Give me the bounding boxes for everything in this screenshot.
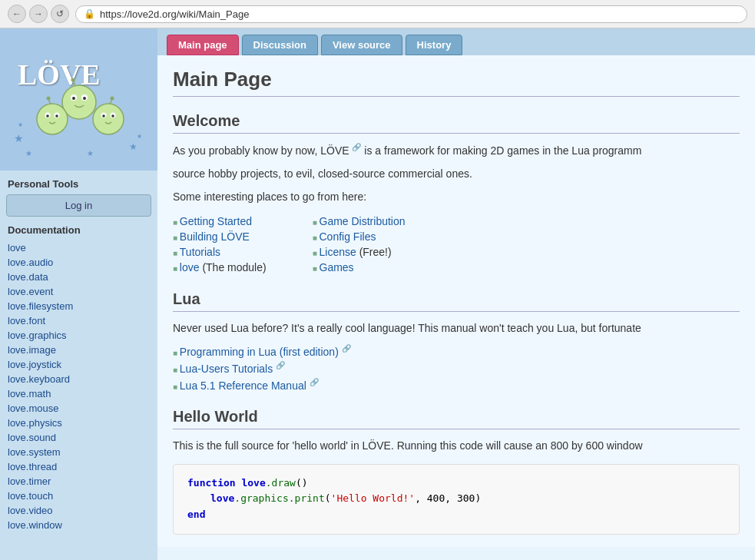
tab-discussion[interactable]: Discussion [242, 35, 318, 55]
refresh-button[interactable]: ↺ [51, 5, 69, 23]
external-icon: 🔗 [342, 344, 351, 353]
sidebar-nav-link[interactable]: love.keyboard [0, 372, 157, 386]
svg-point-20 [46, 96, 50, 100]
svg-point-21 [93, 104, 124, 134]
svg-text:LÖVE: LÖVE [18, 58, 101, 91]
code-paren-open: ( [325, 492, 331, 504]
sidebar-nav-link[interactable]: love.graphics [0, 328, 157, 343]
sidebar-nav-link[interactable]: love.physics [0, 416, 157, 430]
code-string: 'Hello World!' [331, 492, 416, 504]
sidebar: ★ ★ ★ ★ ★ ★ LÖVE [0, 28, 157, 560]
code-parens: () [296, 477, 308, 489]
sidebar-logo: ★ ★ ★ ★ ★ ★ LÖVE [0, 28, 157, 171]
tab-history[interactable]: History [406, 35, 463, 55]
left-links-col: Getting Started Building LÖVE Tutorials … [173, 214, 267, 275]
code-block: function love.draw() love.graphics.print… [173, 464, 740, 535]
lock-icon: 🔒 [84, 8, 95, 19]
game-distribution-link[interactable]: Game Distribution [320, 215, 406, 227]
sidebar-nav-link[interactable]: love.timer [0, 474, 157, 489]
tab-bar: Main page Discussion View source History [157, 28, 755, 55]
building-love-link[interactable]: Building LÖVE [180, 230, 250, 243]
svg-text:★: ★ [137, 133, 142, 140]
code-kw-function: function [187, 477, 236, 489]
svg-point-27 [110, 96, 114, 100]
svg-point-24 [102, 114, 105, 118]
back-button[interactable]: ← [8, 5, 26, 23]
list-item: Getting Started [173, 214, 267, 229]
list-item: Config Files [313, 229, 406, 244]
sidebar-nav-link[interactable]: love.mouse [0, 401, 157, 416]
code-nums: , 400, 300 [415, 492, 475, 504]
page-title: Main Page [173, 68, 740, 97]
code-love-obj: love [241, 477, 265, 489]
getting-started-link[interactable]: Getting Started [180, 215, 252, 227]
love-module-suffix: (The module) [200, 261, 267, 273]
sidebar-nav-link[interactable]: love.window [0, 518, 157, 532]
svg-point-14 [37, 104, 68, 134]
sidebar-nav-link[interactable]: love.video [0, 503, 157, 518]
welcome-text: As you probably know by now, LÖVE 🔗 is a… [173, 141, 740, 159]
sidebar-nav-link[interactable]: love.joystick [0, 357, 157, 372]
interesting-places-text: Some interesting places to go from here: [173, 188, 740, 205]
lua-links-list: ■ Programming in Lua (first edition) 🔗 ■… [173, 343, 740, 393]
list-item: love (The module) [173, 260, 267, 275]
code-paren-close: ) [475, 492, 481, 504]
sidebar-nav-link[interactable]: love.touch [0, 489, 157, 503]
main-links: Getting Started Building LÖVE Tutorials … [173, 214, 740, 275]
logo-area: ★ ★ ★ ★ ★ ★ LÖVE [10, 42, 148, 157]
svg-point-17 [46, 114, 49, 118]
svg-point-11 [83, 97, 86, 100]
sidebar-nav-link[interactable]: love.font [0, 313, 157, 328]
sidebar-nav-link[interactable]: love.data [0, 270, 157, 284]
sidebar-nav-link[interactable]: love.event [0, 284, 157, 299]
address-bar[interactable]: 🔒 https://love2d.org/wiki/Main_Page [75, 5, 747, 23]
code-line-1: function love.draw() [187, 476, 725, 492]
right-links-list: Game Distribution Config Files License (… [313, 214, 406, 275]
lua-text: Never used Lua before? It's a really coo… [173, 320, 740, 336]
page-wrapper: ★ ★ ★ ★ ★ ★ LÖVE [0, 28, 755, 560]
sidebar-nav-link[interactable]: love [0, 240, 157, 255]
lua-first-edition-link[interactable]: Programming in Lua (first edition) [180, 346, 339, 358]
license-suffix: (Free!) [356, 246, 392, 258]
forward-button[interactable]: → [29, 5, 48, 23]
svg-text:★: ★ [25, 149, 32, 157]
svg-text:★: ★ [129, 141, 137, 152]
welcome-heading: Welcome [173, 112, 740, 134]
love-module-link[interactable]: love [180, 261, 200, 273]
list-item: License (Free!) [313, 244, 406, 260]
sidebar-nav-link[interactable]: love.filesystem [0, 299, 157, 313]
lua-heading: Lua [173, 290, 740, 312]
license-link[interactable]: License [320, 246, 356, 258]
lua-ref-manual-link[interactable]: Lua 5.1 Reference Manual [180, 379, 306, 391]
code-print: .print [289, 492, 325, 504]
code-graphics: .graphics [234, 492, 288, 504]
sidebar-nav-link[interactable]: love.math [0, 386, 157, 401]
tutorials-link[interactable]: Tutorials [180, 246, 220, 258]
code-line-2: love.graphics.print('Hello World!', 400,… [187, 491, 725, 507]
lua-users-tutorials-link[interactable]: Lua-Users Tutorials [180, 363, 273, 375]
tab-view-source[interactable]: View source [321, 35, 402, 55]
sidebar-nav-link[interactable]: love.sound [0, 430, 157, 445]
games-link[interactable]: Games [320, 261, 354, 273]
logo-svg: ★ ★ ★ ★ ★ ★ LÖVE [10, 42, 148, 157]
nav-buttons: ← → ↺ [8, 5, 69, 23]
sidebar-nav-link[interactable]: love.image [0, 343, 157, 357]
sidebar-nav-link[interactable]: love.audio [0, 255, 157, 270]
login-button[interactable]: Log in [6, 194, 151, 217]
svg-point-13 [71, 78, 75, 81]
svg-text:★: ★ [87, 149, 94, 157]
list-item: ■ Lua 5.1 Reference Manual 🔗 [173, 376, 740, 393]
sidebar-nav-link[interactable]: love.thread [0, 459, 157, 474]
welcome-text2: source hobby projects, to evil, closed-s… [173, 165, 740, 182]
list-item: Game Distribution [313, 214, 406, 229]
love-external-link[interactable]: 🔗 [352, 144, 361, 157]
config-files-link[interactable]: Config Files [320, 230, 376, 243]
sidebar-nav-link[interactable]: love.system [0, 445, 157, 459]
list-item: ■ Programming in Lua (first edition) 🔗 [173, 343, 740, 360]
main-content: Main page Discussion View source History… [157, 28, 755, 560]
helloworld-heading: Hello World [173, 408, 740, 429]
list-item: Games [313, 260, 406, 275]
tab-main-page[interactable]: Main page [167, 35, 239, 55]
svg-point-18 [55, 114, 58, 118]
svg-text:★: ★ [18, 121, 23, 128]
